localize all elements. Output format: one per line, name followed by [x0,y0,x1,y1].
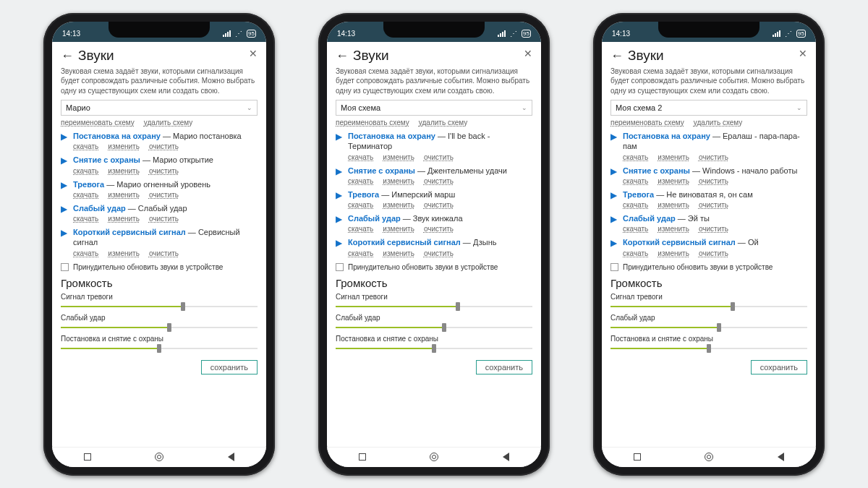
play-icon[interactable]: ▶ [336,214,342,233]
clear-link[interactable]: очистить [699,201,728,209]
clear-link[interactable]: очистить [424,177,454,185]
sound-event-name[interactable]: Слабый удар [73,204,126,213]
clear-link[interactable]: очистить [149,215,179,223]
download-link[interactable]: скачать [348,201,373,209]
edit-link[interactable]: изменить [658,177,689,185]
download-link[interactable]: скачать [623,225,648,233]
edit-link[interactable]: изменить [108,167,140,175]
download-link[interactable]: скачать [73,215,98,223]
back-arrow-icon[interactable]: ← [61,49,74,62]
clear-link[interactable]: очистить [424,249,454,257]
edit-link[interactable]: изменить [658,201,689,209]
edit-link[interactable]: изменить [658,249,689,257]
sound-event-name[interactable]: Слабый удар [348,214,401,223]
sound-event-name[interactable]: Снятие с охраны [348,166,415,175]
download-link[interactable]: скачать [623,177,648,185]
delete-scheme-link[interactable]: удалить схему [419,119,468,127]
rename-scheme-link[interactable]: переименовать схему [610,119,684,127]
clear-link[interactable]: очистить [424,153,454,161]
download-link[interactable]: скачать [348,177,373,185]
volume-slider[interactable] [336,303,532,310]
scheme-select[interactable]: Марио ⌄ [61,100,258,116]
volume-slider[interactable] [610,324,807,331]
home-button[interactable] [155,453,163,461]
delete-scheme-link[interactable]: удалить схему [694,119,743,127]
scheme-select[interactable]: Моя схема 2 ⌄ [610,100,807,116]
play-icon[interactable]: ▶ [610,214,617,233]
download-link[interactable]: скачать [348,153,373,161]
edit-link[interactable]: изменить [108,142,140,150]
back-button[interactable] [778,453,784,461]
clear-link[interactable]: очистить [699,225,728,233]
delete-scheme-link[interactable]: удалить схему [144,119,193,127]
download-link[interactable]: скачать [623,201,648,209]
home-button[interactable] [705,453,713,461]
edit-link[interactable]: изменить [383,225,414,233]
close-icon[interactable]: ✕ [524,48,532,59]
play-icon[interactable]: ▶ [610,238,617,257]
home-button[interactable] [430,453,438,461]
download-link[interactable]: скачать [623,249,648,257]
edit-link[interactable]: изменить [108,215,140,223]
edit-link[interactable]: изменить [383,201,414,209]
sound-event-name[interactable]: Постановка на охрану [623,132,710,140]
edit-link[interactable]: изменить [108,191,140,199]
play-icon[interactable]: ▶ [61,204,67,223]
back-arrow-icon[interactable]: ← [610,49,624,62]
sound-event-name[interactable]: Короткий сервисный сигнал [623,238,736,247]
edit-link[interactable]: изменить [108,249,140,257]
download-link[interactable]: скачать [348,225,373,233]
back-button[interactable] [228,453,234,461]
recents-button[interactable] [634,453,641,461]
play-icon[interactable]: ▶ [61,132,67,150]
download-link[interactable]: скачать [73,167,98,175]
edit-link[interactable]: изменить [383,153,414,161]
recents-button[interactable] [359,453,366,461]
download-link[interactable]: скачать [73,191,98,199]
sound-event-name[interactable]: Слабый удар [623,214,676,223]
sound-event-name[interactable]: Постановка на охрану [348,132,435,140]
back-arrow-icon[interactable]: ← [336,49,349,62]
play-icon[interactable]: ▶ [610,190,617,209]
close-icon[interactable]: ✕ [249,48,258,59]
download-link[interactable]: скачать [73,142,98,150]
clear-link[interactable]: очистить [424,201,454,209]
play-icon[interactable]: ▶ [61,180,67,199]
download-link[interactable]: скачать [73,249,98,257]
clear-link[interactable]: очистить [699,153,728,161]
clear-link[interactable]: очистить [149,142,179,150]
save-button[interactable]: сохранить [201,360,258,374]
clear-link[interactable]: очистить [149,167,179,175]
back-button[interactable] [503,453,509,461]
save-button[interactable]: сохранить [476,360,532,374]
edit-link[interactable]: изменить [658,225,689,233]
play-icon[interactable]: ▶ [61,228,67,257]
download-link[interactable]: скачать [623,153,648,161]
volume-slider[interactable] [336,324,532,331]
volume-slider[interactable] [336,345,532,352]
save-button[interactable]: сохранить [751,360,807,374]
force-update-checkbox[interactable] [61,263,69,271]
play-icon[interactable]: ▶ [336,132,342,161]
sound-event-name[interactable]: Снятие с охраны [623,166,690,175]
sound-event-name[interactable]: Тревога [348,190,379,199]
force-update-checkbox[interactable] [336,263,344,271]
clear-link[interactable]: очистить [699,249,728,257]
scheme-select[interactable]: Моя схема ⌄ [336,100,532,116]
sound-event-name[interactable]: Постановка на охрану [73,132,161,140]
play-icon[interactable]: ▶ [610,132,617,161]
edit-link[interactable]: изменить [383,177,414,185]
rename-scheme-link[interactable]: переименовать схему [61,119,135,127]
play-icon[interactable]: ▶ [336,166,342,185]
sound-event-name[interactable]: Тревога [73,180,104,189]
clear-link[interactable]: очистить [149,249,179,257]
sound-event-name[interactable]: Короткий сервисный сигнал [348,238,461,247]
sound-event-name[interactable]: Тревога [623,190,654,199]
edit-link[interactable]: изменить [658,153,689,161]
sound-event-name[interactable]: Снятие с охраны [73,155,140,164]
play-icon[interactable]: ▶ [61,155,67,174]
force-update-checkbox[interactable] [610,263,618,271]
clear-link[interactable]: очистить [424,225,454,233]
volume-slider[interactable] [61,345,258,352]
play-icon[interactable]: ▶ [336,190,342,209]
